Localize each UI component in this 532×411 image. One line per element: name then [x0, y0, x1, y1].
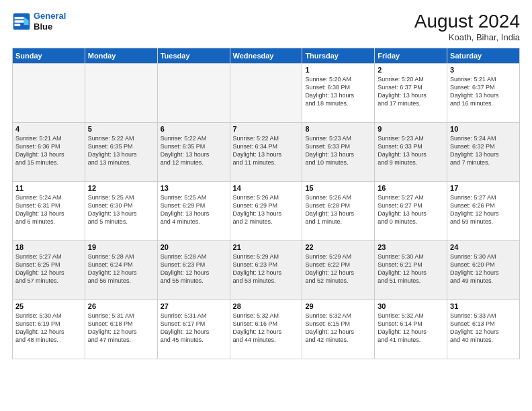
day-number: 30 [378, 302, 444, 310]
calendar-cell: 29Sunrise: 5:32 AMSunset: 6:15 PMDayligh… [302, 300, 375, 359]
day-number: 31 [450, 302, 517, 310]
calendar-cell: 4Sunrise: 5:21 AMSunset: 6:36 PMDaylight… [13, 123, 85, 182]
week-row-2: 4Sunrise: 5:21 AMSunset: 6:36 PMDaylight… [13, 123, 520, 182]
day-info: Sunrise: 5:22 AMSunset: 6:35 PMDaylight:… [161, 134, 227, 167]
day-number: 11 [15, 184, 82, 192]
location: Koath, Bihar, India [414, 32, 520, 42]
calendar-cell: 28Sunrise: 5:32 AMSunset: 6:16 PMDayligh… [230, 300, 302, 359]
calendar-cell: 27Sunrise: 5:31 AMSunset: 6:17 PMDayligh… [157, 300, 230, 359]
day-number: 17 [450, 184, 517, 192]
calendar-cell: 8Sunrise: 5:23 AMSunset: 6:33 PMDaylight… [302, 123, 375, 182]
day-info: Sunrise: 5:25 AMSunset: 6:29 PMDaylight:… [161, 193, 227, 226]
calendar-cell: 7Sunrise: 5:22 AMSunset: 6:34 PMDaylight… [230, 123, 302, 182]
calendar-cell: 26Sunrise: 5:31 AMSunset: 6:18 PMDayligh… [85, 300, 157, 359]
day-info: Sunrise: 5:22 AMSunset: 6:35 PMDaylight:… [88, 134, 154, 167]
weekday-header-row: SundayMondayTuesdayWednesdayThursdayFrid… [13, 48, 520, 64]
day-info: Sunrise: 5:30 AMSunset: 6:19 PMDaylight:… [15, 312, 82, 345]
day-info: Sunrise: 5:32 AMSunset: 6:15 PMDaylight:… [305, 312, 371, 345]
svg-rect-2 [15, 17, 24, 19]
day-number: 26 [88, 302, 154, 310]
title-block: August 2024 Koath, Bihar, India [414, 11, 520, 42]
svg-rect-3 [15, 20, 24, 23]
day-number: 16 [378, 184, 444, 192]
day-number: 2 [378, 66, 444, 74]
day-info: Sunrise: 5:28 AMSunset: 6:23 PMDaylight:… [161, 253, 227, 285]
calendar-cell: 31Sunrise: 5:33 AMSunset: 6:13 PMDayligh… [447, 300, 520, 359]
calendar-cell: 16Sunrise: 5:27 AMSunset: 6:27 PMDayligh… [375, 182, 447, 241]
calendar-cell: 17Sunrise: 5:27 AMSunset: 6:26 PMDayligh… [447, 182, 520, 241]
day-number: 29 [305, 302, 371, 310]
day-number: 9 [378, 125, 444, 133]
calendar-cell: 6Sunrise: 5:22 AMSunset: 6:35 PMDaylight… [157, 123, 230, 182]
day-number: 14 [233, 184, 300, 192]
day-info: Sunrise: 5:23 AMSunset: 6:33 PMDaylight:… [378, 134, 444, 167]
day-info: Sunrise: 5:31 AMSunset: 6:18 PMDaylight:… [88, 312, 154, 345]
weekday-saturday: Saturday [447, 48, 520, 64]
calendar-cell [13, 64, 85, 123]
day-number: 15 [305, 184, 371, 192]
day-number: 3 [450, 66, 517, 74]
calendar-cell: 12Sunrise: 5:25 AMSunset: 6:30 PMDayligh… [85, 182, 157, 241]
day-info: Sunrise: 5:27 AMSunset: 6:25 PMDaylight:… [15, 253, 82, 285]
week-row-5: 25Sunrise: 5:30 AMSunset: 6:19 PMDayligh… [13, 300, 520, 359]
day-info: Sunrise: 5:28 AMSunset: 6:24 PMDaylight:… [88, 253, 154, 285]
day-number: 28 [233, 302, 300, 310]
day-info: Sunrise: 5:20 AMSunset: 6:37 PMDaylight:… [378, 75, 444, 108]
calendar-cell: 25Sunrise: 5:30 AMSunset: 6:19 PMDayligh… [13, 300, 85, 359]
day-info: Sunrise: 5:24 AMSunset: 6:32 PMDaylight:… [450, 134, 517, 167]
calendar-table: SundayMondayTuesdayWednesdayThursdayFrid… [12, 48, 520, 359]
calendar-cell: 9Sunrise: 5:23 AMSunset: 6:33 PMDaylight… [375, 123, 447, 182]
calendar-cell: 23Sunrise: 5:30 AMSunset: 6:21 PMDayligh… [375, 241, 447, 300]
day-info: Sunrise: 5:21 AMSunset: 6:36 PMDaylight:… [15, 134, 82, 167]
calendar-cell: 13Sunrise: 5:25 AMSunset: 6:29 PMDayligh… [157, 182, 230, 241]
day-number: 13 [161, 184, 227, 192]
day-number: 7 [233, 125, 300, 133]
day-info: Sunrise: 5:20 AMSunset: 6:38 PMDaylight:… [305, 75, 371, 108]
day-number: 23 [378, 243, 444, 251]
day-info: Sunrise: 5:27 AMSunset: 6:27 PMDaylight:… [378, 193, 444, 226]
day-info: Sunrise: 5:30 AMSunset: 6:21 PMDaylight:… [378, 253, 444, 285]
calendar-cell [157, 64, 230, 123]
calendar-cell: 2Sunrise: 5:20 AMSunset: 6:37 PMDaylight… [375, 64, 447, 123]
calendar-cell: 18Sunrise: 5:27 AMSunset: 6:25 PMDayligh… [13, 241, 85, 300]
day-info: Sunrise: 5:32 AMSunset: 6:16 PMDaylight:… [233, 312, 300, 345]
weekday-monday: Monday [85, 48, 157, 64]
logo-text: General Blue [34, 11, 66, 32]
calendar-cell: 5Sunrise: 5:22 AMSunset: 6:35 PMDaylight… [85, 123, 157, 182]
day-info: Sunrise: 5:25 AMSunset: 6:30 PMDaylight:… [88, 193, 154, 226]
day-number: 19 [88, 243, 154, 251]
day-info: Sunrise: 5:30 AMSunset: 6:20 PMDaylight:… [450, 253, 517, 285]
weekday-thursday: Thursday [302, 48, 375, 64]
day-info: Sunrise: 5:24 AMSunset: 6:31 PMDaylight:… [15, 193, 82, 226]
day-info: Sunrise: 5:23 AMSunset: 6:33 PMDaylight:… [305, 134, 371, 167]
day-number: 21 [233, 243, 300, 251]
calendar-cell: 30Sunrise: 5:32 AMSunset: 6:14 PMDayligh… [375, 300, 447, 359]
day-number: 4 [15, 125, 82, 133]
week-row-3: 11Sunrise: 5:24 AMSunset: 6:31 PMDayligh… [13, 182, 520, 241]
calendar-cell: 22Sunrise: 5:29 AMSunset: 6:22 PMDayligh… [302, 241, 375, 300]
weekday-tuesday: Tuesday [157, 48, 230, 64]
day-info: Sunrise: 5:29 AMSunset: 6:23 PMDaylight:… [233, 253, 300, 285]
day-number: 24 [450, 243, 517, 251]
day-number: 6 [161, 125, 227, 133]
calendar-cell: 15Sunrise: 5:26 AMSunset: 6:28 PMDayligh… [302, 182, 375, 241]
day-info: Sunrise: 5:26 AMSunset: 6:29 PMDaylight:… [233, 193, 300, 226]
day-number: 18 [15, 243, 82, 251]
day-info: Sunrise: 5:21 AMSunset: 6:37 PMDaylight:… [450, 75, 517, 108]
calendar-cell: 19Sunrise: 5:28 AMSunset: 6:24 PMDayligh… [85, 241, 157, 300]
day-number: 10 [450, 125, 517, 133]
day-number: 22 [305, 243, 371, 251]
week-row-4: 18Sunrise: 5:27 AMSunset: 6:25 PMDayligh… [13, 241, 520, 300]
calendar-cell: 21Sunrise: 5:29 AMSunset: 6:23 PMDayligh… [230, 241, 302, 300]
day-number: 1 [305, 66, 371, 74]
weekday-wednesday: Wednesday [230, 48, 302, 64]
day-info: Sunrise: 5:33 AMSunset: 6:13 PMDaylight:… [450, 312, 517, 345]
header: General Blue August 2024 Koath, Bihar, I… [12, 11, 520, 42]
day-number: 12 [88, 184, 154, 192]
day-info: Sunrise: 5:26 AMSunset: 6:28 PMDaylight:… [305, 193, 371, 226]
day-number: 20 [161, 243, 227, 251]
calendar-cell: 3Sunrise: 5:21 AMSunset: 6:37 PMDaylight… [447, 64, 520, 123]
day-info: Sunrise: 5:32 AMSunset: 6:14 PMDaylight:… [378, 312, 444, 345]
calendar-cell: 14Sunrise: 5:26 AMSunset: 6:29 PMDayligh… [230, 182, 302, 241]
page: General Blue August 2024 Koath, Bihar, I… [0, 0, 532, 411]
